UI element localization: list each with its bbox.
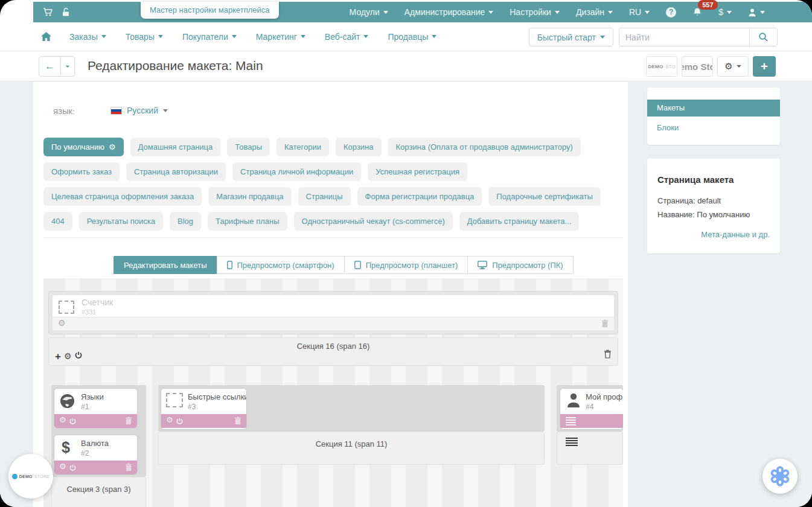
menu-administration[interactable]: Администрирование bbox=[404, 7, 494, 17]
chevron-down-icon bbox=[232, 35, 237, 40]
unlock-icon[interactable] bbox=[62, 7, 70, 17]
nav-website[interactable]: Веб-сайт bbox=[325, 32, 369, 42]
nav-vendors[interactable]: Продавцы bbox=[388, 32, 436, 42]
tab-pages[interactable]: Страницы bbox=[298, 187, 351, 206]
block-controls: ⚙ bbox=[54, 414, 137, 428]
person-icon bbox=[748, 8, 756, 17]
quick-start-button[interactable]: Быстрый старт bbox=[529, 28, 613, 46]
tab-one-page-checkout[interactable]: Одностраничный чекаут (cs-commerce) bbox=[294, 212, 453, 231]
tab-gift-certificates[interactable]: Подарочные сертификаты bbox=[488, 187, 600, 206]
language-selector[interactable]: Русский bbox=[110, 106, 168, 115]
home-icon[interactable] bbox=[41, 32, 51, 41]
tab-404[interactable]: 404 bbox=[43, 212, 72, 231]
nav-marketing[interactable]: Маркетинг bbox=[256, 32, 305, 42]
trash-icon[interactable] bbox=[125, 416, 132, 427]
tab-tariff-plans[interactable]: Тарифные планы bbox=[208, 212, 287, 231]
power-icon[interactable] bbox=[176, 416, 183, 427]
marketplace-wizard-button[interactable]: Мастер настройки маркетплейса bbox=[141, 2, 279, 19]
section-label: Секция 3 (span 3) bbox=[52, 485, 145, 494]
chevron-down-icon bbox=[608, 11, 613, 16]
store-logo-text: DEMO bbox=[19, 474, 33, 479]
search-button[interactable] bbox=[749, 28, 778, 46]
notifications-button[interactable]: 557 bbox=[692, 7, 702, 17]
tab-edit-layouts[interactable]: Редактировать макеты bbox=[113, 256, 217, 274]
menu-settings[interactable]: Настройки bbox=[510, 7, 560, 17]
drag-handle-icon[interactable] bbox=[566, 417, 576, 426]
trash-icon[interactable] bbox=[234, 416, 241, 427]
chevron-down-icon bbox=[301, 35, 305, 40]
trash-icon[interactable] bbox=[125, 463, 132, 474]
account-menu[interactable] bbox=[748, 8, 765, 17]
block-counter[interactable]: Счетчик #331 ⚙ bbox=[52, 295, 615, 331]
tab-preview-smartphone[interactable]: Предпросмотр (смартфон) bbox=[217, 256, 345, 274]
add-block-icon[interactable]: + bbox=[55, 351, 61, 362]
tab-checkout[interactable]: Оформить заказ bbox=[43, 162, 120, 181]
block-id: #331 bbox=[82, 308, 96, 316]
chatgpt-floating-button[interactable] bbox=[762, 459, 798, 494]
storefront-button-1[interactable]: DEMO STO bbox=[646, 56, 677, 77]
tab-default[interactable]: По умолчанию⚙ bbox=[43, 138, 124, 156]
power-icon[interactable] bbox=[69, 416, 76, 427]
tab-vendor-registration-form[interactable]: Форма регистрации продавца bbox=[357, 187, 482, 206]
tab-preview-tablet[interactable]: Предпросмотр (планшет) bbox=[344, 256, 468, 274]
nav-orders[interactable]: Заказы bbox=[69, 32, 106, 42]
gear-icon[interactable]: ⚙ bbox=[59, 416, 66, 424]
gear-icon[interactable]: ⚙ bbox=[58, 319, 66, 327]
drag-handle-icon[interactable] bbox=[566, 438, 578, 446]
power-icon[interactable] bbox=[75, 351, 82, 362]
demo-store-floating-button[interactable]: DEMO STORE bbox=[8, 454, 53, 499]
block-currency[interactable]: $ Валюта #2 ⚙ bbox=[54, 435, 137, 474]
tab-cart-vendor-payment[interactable]: Корзина (Оплата от продавцов администрат… bbox=[388, 138, 581, 156]
block-title: Мой проф bbox=[586, 392, 622, 401]
search-input[interactable] bbox=[619, 28, 749, 46]
tab-vendor-store[interactable]: Магазин продавца bbox=[208, 187, 291, 206]
gear-icon[interactable]: ⚙ bbox=[64, 352, 72, 360]
nav-products[interactable]: Товары bbox=[126, 32, 163, 42]
chevron-down-icon bbox=[163, 109, 168, 115]
settings-dropdown-button[interactable]: ⚙ bbox=[717, 56, 749, 77]
menu-language-ru[interactable]: RU bbox=[629, 7, 650, 17]
tab-login-page[interactable]: Страница авторизации bbox=[126, 162, 226, 181]
block-title: Языки bbox=[81, 392, 104, 401]
tab-registration-success[interactable]: Успешная регистрация bbox=[368, 162, 467, 181]
tab-preview-desktop[interactable]: Предпросмотр (ПК) bbox=[467, 256, 573, 274]
storefront-button-2[interactable]: emo Sto bbox=[682, 56, 713, 77]
tab-add-layout-page[interactable]: Добавить страницу макета... bbox=[459, 212, 580, 231]
meta-data-link[interactable]: Мета-данные и др. bbox=[657, 230, 770, 239]
block-my-profile[interactable]: Мой проф #4 bbox=[560, 389, 623, 429]
sidebar-tab-blocks[interactable]: Блоки bbox=[647, 120, 780, 136]
panel-name-line: Название: По умолчанию bbox=[657, 208, 770, 222]
gear-icon[interactable]: ⚙ bbox=[59, 462, 66, 470]
trash-icon[interactable] bbox=[604, 349, 612, 361]
tab-blog[interactable]: Blog bbox=[170, 212, 201, 231]
trash-icon[interactable] bbox=[601, 319, 609, 330]
menu-design[interactable]: Дизайн bbox=[576, 7, 613, 17]
chatgpt-logo-icon bbox=[769, 465, 791, 487]
block-controls: ⚙ bbox=[54, 461, 137, 474]
tab-categories[interactable]: Категории bbox=[277, 138, 329, 156]
nav-customers[interactable]: Покупатели bbox=[182, 32, 237, 42]
tab-checkout-landing[interactable]: Целевая страница оформления заказа bbox=[43, 187, 202, 206]
block-quick-links[interactable]: Быстрые ссылки #3 ⚙ bbox=[161, 389, 246, 429]
back-dropdown-button[interactable] bbox=[61, 56, 75, 77]
tab-cart[interactable]: Корзина bbox=[336, 138, 382, 156]
tab-products[interactable]: Товары bbox=[227, 138, 270, 156]
add-button[interactable]: + bbox=[753, 56, 776, 77]
section-11: Секция 11 (span 11) bbox=[158, 432, 545, 465]
sidebar-tab-layouts[interactable]: Макеты bbox=[647, 100, 780, 116]
gear-icon[interactable]: ⚙ bbox=[166, 416, 173, 424]
tab-profile-page[interactable]: Страница личной информации bbox=[232, 162, 361, 181]
power-icon[interactable] bbox=[69, 463, 76, 474]
monitor-icon bbox=[478, 261, 487, 269]
back-button[interactable]: ← bbox=[39, 56, 61, 77]
tab-search-results[interactable]: Результаты поиска bbox=[79, 212, 163, 231]
help-button[interactable]: ? bbox=[666, 7, 676, 18]
currency-menu[interactable]: $ bbox=[718, 7, 732, 17]
tab-home-page[interactable]: Домашняя страница bbox=[130, 138, 221, 156]
block-id: #4 bbox=[586, 403, 593, 411]
block-controls: ⚙ bbox=[161, 414, 246, 428]
menu-modules[interactable]: Модули bbox=[350, 7, 388, 17]
russian-flag-icon bbox=[110, 107, 122, 115]
block-languages[interactable]: Языки #1 ⚙ bbox=[54, 389, 137, 428]
cart-icon[interactable] bbox=[43, 7, 53, 17]
